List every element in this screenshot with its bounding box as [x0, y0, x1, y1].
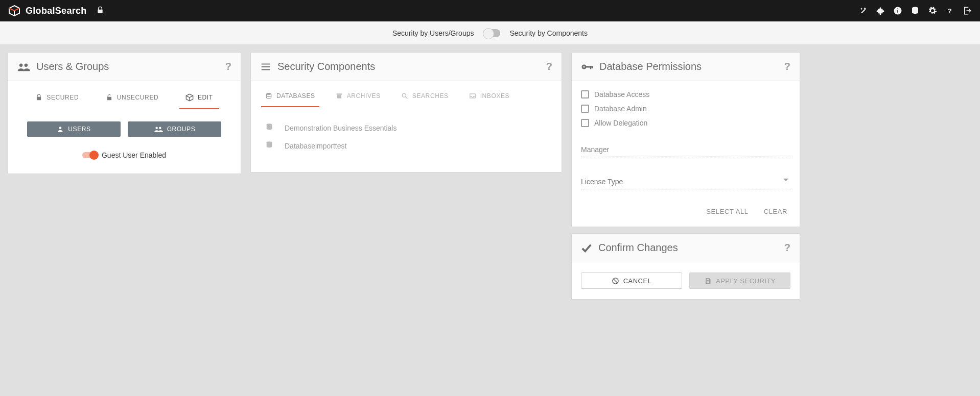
check-database-access-label: Database Access — [594, 90, 649, 98]
clear-button[interactable]: CLEAR — [764, 208, 787, 215]
app-title: GlobalSearch — [26, 6, 87, 16]
tab-inboxes[interactable]: INBOXES — [469, 90, 510, 107]
database-item[interactable]: Databaseimporttest — [265, 137, 552, 155]
cancel-button[interactable]: CANCEL — [581, 273, 682, 289]
confirm-changes-header: Confirm Changes ? — [572, 234, 800, 262]
info-icon[interactable] — [893, 6, 902, 15]
tab-edit-label: EDIT — [198, 94, 213, 101]
tab-unsecured-label: UNSECURED — [117, 94, 158, 101]
select-all-button[interactable]: SELECT ALL — [706, 208, 748, 215]
tab-edit[interactable]: EDIT — [184, 90, 214, 109]
users-groups-tabs: SECURED UNSECURED EDIT — [17, 90, 231, 109]
key-icon — [581, 62, 593, 72]
tab-databases[interactable]: DATABASES — [265, 90, 315, 107]
tab-archives-label: ARCHIVES — [347, 92, 381, 100]
list-icon — [260, 61, 271, 72]
logo-icon — [8, 5, 20, 17]
database-item-label: Databaseimporttest — [285, 142, 346, 150]
svg-rect-21 — [337, 95, 341, 98]
tab-archives[interactable]: ARCHIVES — [336, 90, 381, 107]
svg-point-19 — [266, 93, 271, 95]
svg-line-10 — [186, 96, 190, 97]
column-left: Users & Groups ? SECURED UNSECURED EDIT — [7, 52, 241, 174]
groups-button-label: GROUPS — [167, 126, 196, 133]
apply-security-button-label: APPLY SECURITY — [716, 277, 776, 285]
security-components-panel: Security Components ? DATABASES ARCHIVES — [250, 52, 562, 172]
tab-databases-label: DATABASES — [276, 92, 315, 100]
column-middle: Security Components ? DATABASES ARCHIVES — [250, 52, 562, 172]
security-components-help-icon[interactable]: ? — [546, 61, 552, 72]
database-permissions-panel: Database Permissions ? Database Access D… — [571, 52, 800, 227]
license-type-select[interactable] — [581, 175, 790, 189]
users-button[interactable]: USERS — [27, 121, 121, 137]
check-allow-delegation[interactable]: Allow Delegation — [581, 119, 790, 127]
database-permissions-help-icon[interactable]: ? — [784, 61, 790, 72]
manager-input[interactable] — [581, 142, 790, 157]
mode-components-label: Security by Components — [509, 29, 588, 37]
check-database-admin-label: Database Admin — [594, 105, 647, 113]
tab-inboxes-label: INBOXES — [480, 92, 510, 100]
guest-user-label: Guest User Enabled — [102, 151, 166, 159]
settings-icon[interactable] — [928, 6, 937, 15]
database-permissions-body: Database Access Database Admin Allow Del… — [572, 81, 800, 227]
check-database-access[interactable]: Database Access — [581, 90, 790, 98]
puzzle-icon[interactable] — [876, 6, 885, 15]
users-groups-buttons: USERS GROUPS — [17, 121, 231, 137]
users-groups-body: SECURED UNSECURED EDIT USERS — [8, 81, 241, 174]
svg-rect-31 — [592, 66, 593, 68]
database-item-label: Demonstration Business Essentials — [285, 124, 396, 132]
wand-icon[interactable] — [858, 6, 868, 15]
svg-rect-3 — [897, 10, 898, 13]
checkbox-icon — [581, 119, 589, 127]
database-permissions-header: Database Permissions ? — [572, 53, 800, 81]
users-button-label: USERS — [68, 126, 90, 133]
groups-button[interactable]: GROUPS — [128, 121, 221, 137]
svg-rect-4 — [897, 9, 898, 10]
users-groups-help-icon[interactable]: ? — [225, 61, 231, 72]
help-icon[interactable]: ? — [945, 6, 954, 15]
svg-rect-16 — [262, 63, 270, 64]
people-icon — [17, 62, 30, 72]
guest-user-row: Guest User Enabled — [17, 151, 231, 164]
tab-unsecured[interactable]: UNSECURED — [105, 90, 159, 109]
security-mode-bar: Security by Users/Groups Security by Com… — [0, 21, 980, 45]
svg-point-8 — [25, 63, 28, 67]
svg-point-14 — [155, 127, 158, 130]
mode-users-groups-label: Security by Users/Groups — [392, 29, 474, 37]
svg-point-15 — [159, 127, 161, 130]
confirm-changes-panel: Confirm Changes ? CANCEL APPLY SECURITY — [571, 233, 800, 300]
tab-secured[interactable]: SECURED — [34, 90, 80, 109]
checkbox-icon — [581, 90, 589, 98]
svg-rect-17 — [262, 66, 270, 67]
tab-secured-label: SECURED — [46, 94, 79, 101]
confirm-changes-help-icon[interactable]: ? — [784, 242, 790, 254]
svg-text:?: ? — [948, 7, 952, 15]
guest-user-toggle[interactable] — [82, 152, 98, 158]
database-item-icon — [265, 123, 273, 133]
security-components-body: DATABASES ARCHIVES SEARCHES INBOXES — [251, 81, 562, 172]
apply-security-button[interactable]: APPLY SECURITY — [689, 273, 790, 289]
check-icon — [581, 242, 592, 254]
database-icon[interactable] — [911, 6, 920, 15]
app-header: GlobalSearch ? — [0, 0, 980, 21]
security-components-title: Security Components — [277, 61, 375, 72]
svg-point-22 — [402, 93, 406, 97]
svg-point-13 — [59, 127, 62, 129]
confirm-changes-body: CANCEL APPLY SECURITY — [572, 262, 800, 299]
logout-icon[interactable] — [963, 6, 972, 15]
database-item-icon — [265, 141, 273, 151]
database-permissions-title: Database Permissions — [599, 61, 702, 72]
svg-rect-18 — [262, 69, 270, 70]
check-database-admin[interactable]: Database Admin — [581, 105, 790, 113]
license-type-input[interactable] — [581, 175, 790, 189]
users-groups-panel: Users & Groups ? SECURED UNSECURED EDIT — [7, 52, 241, 174]
security-mode-toggle[interactable] — [483, 29, 500, 37]
svg-line-11 — [190, 96, 193, 97]
security-components-header: Security Components ? — [251, 53, 562, 81]
svg-rect-30 — [590, 66, 591, 69]
check-allow-delegation-label: Allow Delegation — [594, 119, 647, 127]
tab-searches[interactable]: SEARCHES — [401, 90, 449, 107]
lock-icon — [96, 6, 104, 16]
security-databases-list: Demonstration Business Essentials Databa… — [260, 119, 552, 163]
database-item[interactable]: Demonstration Business Essentials — [265, 119, 552, 137]
